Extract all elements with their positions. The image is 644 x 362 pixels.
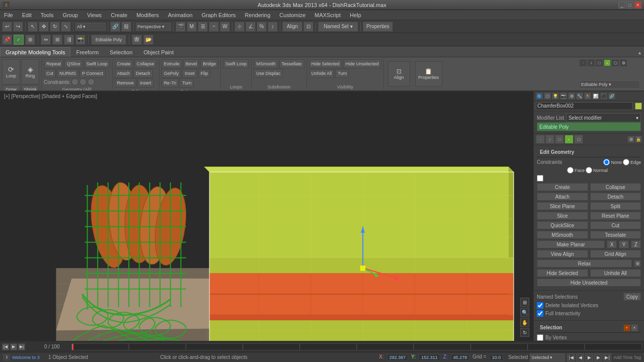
full-interactivity-checkbox[interactable] [537, 310, 543, 317]
attach-btn[interactable]: Attach [537, 193, 588, 201]
named-sel-copy-btn[interactable]: Copy [623, 293, 641, 301]
detach-btn[interactable]: Detach [590, 193, 641, 201]
edit-collapse-button[interactable]: Collapse [134, 59, 157, 68]
view-align-btn[interactable]: View Align [537, 250, 588, 258]
timeline-bar[interactable] [71, 343, 642, 350]
face-icon[interactable]: ▪ [604, 59, 611, 66]
face-subobj-2[interactable]: ▪ [631, 324, 638, 331]
relax-settings-icon[interactable]: ⚙ [634, 260, 641, 267]
hide-sel-button[interactable]: Hide Selected [309, 59, 342, 68]
poly-inset-button[interactable]: Inset [182, 69, 197, 78]
hide-selected-btn[interactable]: Hide Selected [537, 269, 588, 277]
edit-detach-button[interactable]: Detach [133, 69, 153, 78]
spinner-snap-button[interactable]: ↕ [268, 22, 278, 32]
reference-coord-dropdown[interactable]: All ▾ [75, 23, 106, 31]
menu-customize[interactable]: Customize [277, 11, 307, 19]
align-big-button[interactable]: ⊡ Align [388, 61, 410, 86]
editable-poly-item[interactable]: Editable Poly [537, 122, 641, 131]
timeline-play-btn[interactable]: ▶ [10, 343, 17, 350]
nurms-button[interactable]: NURMS [57, 69, 78, 78]
grid-align-btn[interactable]: Grid Align [590, 250, 641, 258]
unhide-all-button[interactable]: Unhide All [309, 69, 335, 78]
hide-unselected-btn[interactable]: Hide Unselected [537, 279, 641, 287]
timeline-prev-btn[interactable]: |◀ [2, 343, 9, 350]
view-dropdown[interactable]: Perspective ▾ [136, 23, 171, 31]
mirror-button[interactable]: ⇔ [41, 35, 51, 45]
menu-rendering[interactable]: Rendering [243, 11, 273, 19]
ribbon-collapse-button[interactable]: ▴ [635, 48, 644, 57]
menu-views[interactable]: Views [85, 11, 104, 19]
spacing-tool-button[interactable]: ⇶ [64, 35, 74, 45]
poly-extrude-button[interactable]: Extrude [162, 59, 182, 68]
panel-icon-6[interactable]: 🔧 [576, 93, 583, 100]
menu-create[interactable]: Create [109, 11, 129, 19]
subobj-vertex-icon[interactable]: · [536, 135, 545, 144]
menu-animation[interactable]: Animation [166, 11, 195, 19]
angle-snap-button[interactable]: ∠ [246, 22, 256, 32]
snapshot-button[interactable]: 📸 [75, 35, 86, 45]
grow-button[interactable]: Grow [2, 85, 20, 92]
constraint-edge-radio[interactable] [623, 159, 629, 165]
snap-toggle-button[interactable]: ⊹ [234, 22, 245, 32]
select-button[interactable]: ↖ [28, 22, 38, 32]
tab-graphite-modeling[interactable]: Graphite Modeling Tools [0, 47, 70, 57]
qslice-button[interactable]: QSlice [64, 59, 83, 68]
layer-manager-button[interactable]: ☰ [198, 22, 208, 32]
prev-frame-btn[interactable]: |◀ [567, 353, 575, 361]
constraint-none-button[interactable] [71, 78, 78, 85]
pan-button[interactable]: ✋ [520, 318, 529, 327]
object-color-swatch[interactable] [635, 103, 642, 110]
prev-key-btn[interactable]: ◀ [576, 353, 584, 361]
zoom-button[interactable]: 🔍 [520, 308, 529, 317]
edit-remove-button[interactable]: Remove [115, 78, 137, 87]
vis-turn-button[interactable]: Turn [335, 69, 349, 78]
wire-params-button[interactable]: W [220, 22, 230, 32]
vertex-icon[interactable]: · [580, 59, 587, 66]
panel-icon-5[interactable]: ⚙ [568, 93, 575, 100]
constraint-face-button[interactable] [88, 78, 95, 85]
auto-key-dropdown[interactable]: Selected ▾ [530, 353, 565, 361]
repeat-button[interactable]: Repeat [44, 59, 63, 68]
make-planar-z-btn[interactable]: Z [631, 240, 641, 248]
open-explorer-button[interactable]: 📂 [143, 35, 153, 45]
modifier-list-dropdown[interactable]: Select modifier ▾ [566, 113, 641, 122]
panel-lock-icon[interactable]: 🔒 [635, 136, 642, 143]
menu-tools[interactable]: Tools [39, 11, 56, 19]
timeline-next-btn[interactable]: ▶| [18, 343, 25, 350]
loops-swift-button[interactable]: Swift Loop [223, 59, 249, 68]
panel-icon-3[interactable]: 💡 [552, 93, 559, 100]
edit-attach-button[interactable]: Attach [115, 69, 133, 78]
border-icon[interactable]: □ [596, 59, 603, 66]
split-btn[interactable]: Split [590, 202, 641, 210]
relax-btn[interactable]: Relax [537, 259, 632, 267]
make-planar-x-btn[interactable]: X [607, 240, 617, 248]
align-button[interactable]: Align [282, 22, 302, 32]
close-button[interactable]: ✕ [634, 2, 641, 9]
subobj-face-icon[interactable]: ▪ [565, 135, 574, 144]
play-btn[interactable]: ▶ [585, 353, 593, 361]
properties-button[interactable]: Properties [363, 22, 393, 32]
msmooth-btn[interactable]: MSmooth [537, 231, 588, 239]
menu-modifiers[interactable]: Modifiers [134, 11, 161, 19]
panel-icon-4[interactable]: 📷 [560, 93, 567, 100]
cut-button[interactable]: Cut [44, 69, 56, 78]
make-unique-button[interactable]: ⊞ [25, 35, 35, 45]
menu-graph-editors[interactable]: Graph Editors [200, 11, 238, 19]
poly-retriangulate-button[interactable]: Re-Tri [162, 78, 179, 87]
panel-icon-1[interactable]: 🔷 [536, 93, 543, 100]
tab-object-paint[interactable]: Object Paint [138, 47, 179, 57]
subobj-border-icon[interactable]: □ [555, 135, 564, 144]
preserve-uvs-checkbox[interactable] [537, 175, 543, 182]
unhide-all-btn[interactable]: Unhide All [590, 269, 641, 277]
edit-geometry-header[interactable]: Edit Geometry [537, 147, 641, 157]
viewport[interactable]: [+] [Perspective] [Shaded + Edged Faces] [0, 92, 533, 341]
panel-icon-10[interactable]: 🔗 [608, 93, 615, 100]
subobj-edge-icon[interactable]: / [545, 135, 554, 144]
link-button[interactable]: 🔗 [110, 22, 120, 32]
edit-create-button[interactable]: Create [115, 59, 133, 68]
name-sel-sets-dropdown[interactable]: Named Sel ▾ [318, 22, 358, 32]
next-frame-btn[interactable]: ▶| [603, 353, 611, 361]
cut-btn[interactable]: Cut [590, 221, 641, 229]
panel-icon-9[interactable]: ⬛ [600, 93, 607, 100]
panel-settings-icon[interactable]: ⚙ [627, 136, 634, 143]
